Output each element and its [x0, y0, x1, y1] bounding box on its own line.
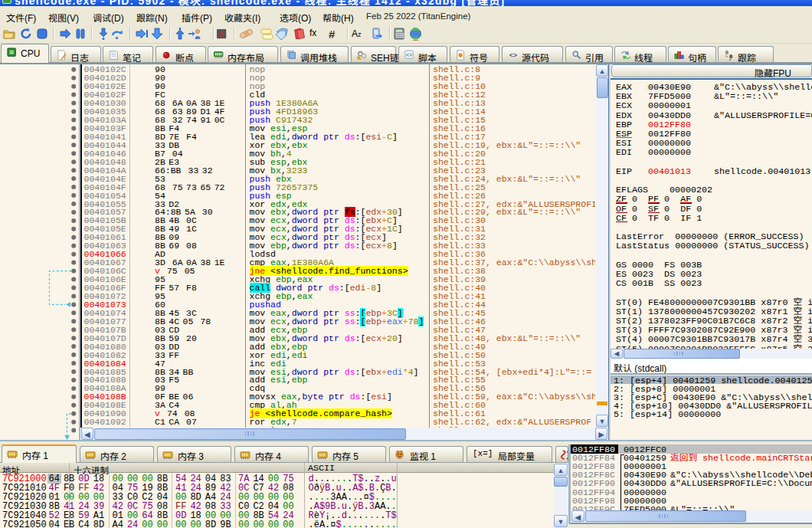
- svg-text:S: S: [219, 30, 224, 38]
- svg-text:<>: <>: [406, 52, 412, 58]
- svg-text:<>: <>: [509, 52, 518, 60]
- svg-text:!: !: [359, 56, 359, 60]
- svg-text:32: 32: [9, 51, 14, 54]
